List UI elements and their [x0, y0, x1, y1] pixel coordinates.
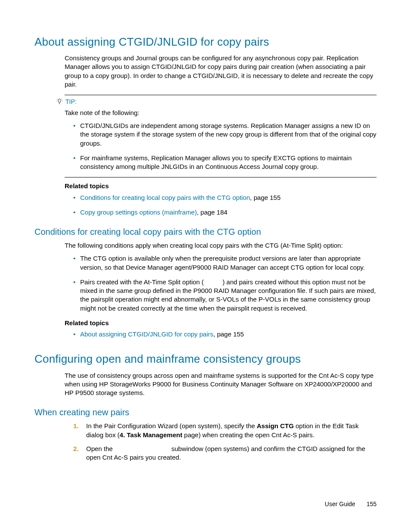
tip-label: TIP:: [65, 98, 77, 106]
bold-text: Assign CTG: [257, 422, 294, 429]
svg-line-4: [62, 99, 62, 100]
list-item: The CTG option is available only when th…: [73, 254, 377, 272]
link-conditions-ctg[interactable]: Conditions for creating local copy pairs…: [80, 194, 250, 201]
link-about-assigning[interactable]: About assigning CTGID/JNLGID for copy pa…: [80, 330, 213, 338]
paragraph: The following conditions apply when crea…: [65, 241, 377, 250]
related-topics-heading: Related topics: [65, 319, 377, 327]
list-item: Copy group settings options (mainframe),…: [73, 208, 377, 217]
list-item: CTGID/JNLGIDs are independent among stor…: [73, 121, 377, 148]
page-ref: , page 155: [213, 330, 244, 338]
paragraph: Consistency groups and Journal groups ca…: [65, 54, 377, 89]
page-ref: , page 184: [197, 208, 227, 216]
text: In the Pair Configuration Wizard (open s…: [86, 422, 257, 429]
text: Open the: [86, 445, 115, 452]
page-number: 155: [367, 501, 377, 507]
text: Pairs created with the At-Time Split opt…: [80, 278, 204, 286]
link-copy-group-settings[interactable]: Copy group settings options (mainframe): [80, 208, 197, 216]
bold-text: 4. Task Management: [120, 431, 183, 439]
footer-label: User Guide: [325, 501, 355, 507]
heading-conditions-ctg: Conditions for creating local copy pairs…: [34, 226, 377, 238]
heading-when-creating: When creating new pairs: [34, 407, 377, 418]
svg-line-3: [57, 99, 57, 100]
tip-icon: [56, 98, 63, 106]
page-ref: , page 155: [250, 194, 280, 201]
tip-box: TIP: Take note of the following: CTGID/J…: [65, 95, 377, 177]
text: subwindow (open systems) and confirm the…: [86, 445, 365, 461]
list-item: Conditions for creating local copy pairs…: [73, 193, 377, 202]
list-item: Pairs created with the At-Time Split opt…: [73, 278, 377, 313]
list-item: For mainframe systems, Replication Manag…: [73, 154, 377, 171]
divider: [65, 95, 377, 95]
step-item: Open the Pair Configurations subwindow (…: [73, 445, 377, 462]
heading-configuring-groups: Configuring open and mainframe consisten…: [34, 352, 377, 367]
step-item: In the Pair Configuration Wizard (open s…: [73, 422, 377, 439]
divider: [65, 177, 377, 177]
tip-intro: Take note of the following:: [65, 109, 377, 117]
paragraph: The use of consistency groups across ope…: [65, 371, 377, 398]
related-topics-heading: Related topics: [65, 182, 377, 190]
list-item: About assigning CTGID/JNLGID for copy pa…: [73, 330, 377, 339]
text: page) when creating the open Cnt Ac-S pa…: [182, 431, 314, 439]
page-footer: User Guide155: [325, 500, 377, 508]
heading-about-assigning: About assigning CTGID/JNLGID for copy pa…: [34, 34, 377, 50]
